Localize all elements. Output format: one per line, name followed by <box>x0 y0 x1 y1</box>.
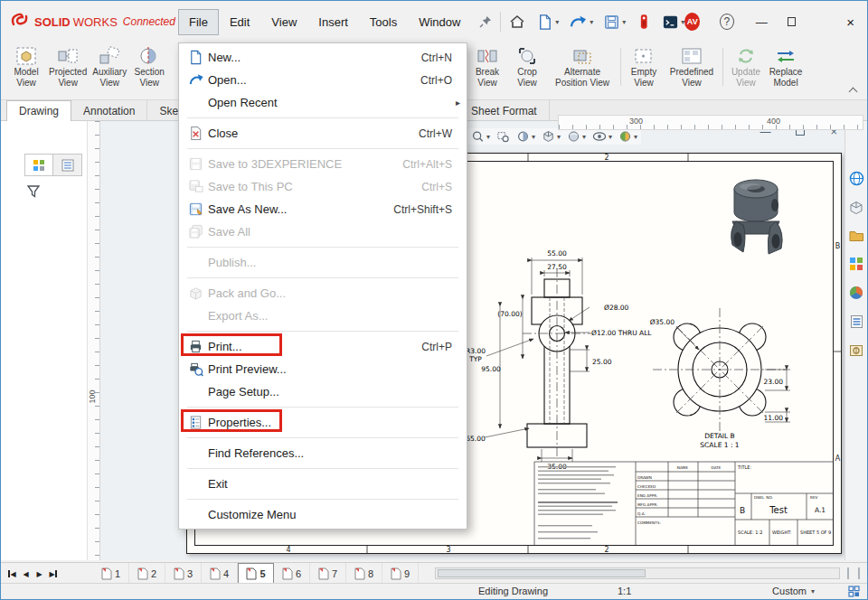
display-pane-icon[interactable] <box>53 154 82 176</box>
menu-insert[interactable]: Insert <box>307 9 359 35</box>
terminal-icon[interactable] <box>662 14 684 31</box>
auxiliary-view-button[interactable]: AuxiliaryView <box>90 45 129 89</box>
svg-text:B: B <box>740 506 745 515</box>
help-icon[interactable]: ? <box>720 14 733 30</box>
next-sheet-icon[interactable]: ▶ <box>33 567 45 581</box>
first-sheet-icon[interactable]: ◀ <box>6 567 18 581</box>
sheet-tab-7[interactable]: 7 <box>310 563 346 585</box>
new-document-icon <box>184 50 208 65</box>
minimize-button[interactable]: — <box>756 15 768 29</box>
svg-text:DETAIL B: DETAIL B <box>704 432 735 440</box>
zoom-fit-icon[interactable] <box>471 130 490 143</box>
menu-item-close[interactable]: Close Ctrl+W <box>179 122 467 145</box>
svg-text:REV: REV <box>810 495 818 500</box>
empty-view-button[interactable]: EmptyView <box>624 45 664 89</box>
svg-text:TYP: TYP <box>468 355 482 363</box>
headsup-toolbar <box>467 128 641 145</box>
new-document-icon[interactable] <box>536 14 559 31</box>
appearances-scenes-icon[interactable] <box>849 286 863 304</box>
pin-icon[interactable] <box>478 14 493 29</box>
menu-item-open-recent[interactable]: Open Recent <box>179 91 467 114</box>
menu-item-save-all: Save All <box>179 220 467 243</box>
menu-item-page-setup[interactable]: Page Setup... <box>179 380 467 403</box>
section-view-icon[interactable] <box>516 130 535 143</box>
sheet-tab-9[interactable]: 9 <box>382 563 419 585</box>
home-icon[interactable] <box>508 13 526 31</box>
featuremanager-tree-icon[interactable] <box>24 154 53 176</box>
appearances-icon[interactable] <box>618 130 637 143</box>
crop-view-button[interactable]: CropView <box>507 45 547 89</box>
tab-sheet-format[interactable]: Sheet Format <box>458 100 550 121</box>
display-style-icon[interactable] <box>567 130 586 143</box>
save-icon <box>184 156 208 172</box>
menu-item-customize-menu[interactable]: Customize Menu <box>179 503 467 526</box>
menu-view[interactable]: View <box>260 9 307 35</box>
sheet-tab-5[interactable]: 5 <box>238 563 274 585</box>
filter-icon[interactable] <box>26 184 41 202</box>
hide-show-icon[interactable] <box>592 130 612 143</box>
tab-drawing[interactable]: Drawing <box>6 100 71 121</box>
design-library-icon[interactable] <box>849 257 863 275</box>
component-icon[interactable] <box>849 201 863 219</box>
menu-item-save-as-new[interactable]: Save As New... Ctrl+Shift+S <box>179 198 467 220</box>
menubar: File Edit View Insert Tools Window <box>178 9 471 35</box>
view-orientation-icon[interactable] <box>542 130 561 143</box>
scrollbar-thumb[interactable] <box>438 569 646 577</box>
vertical-ruler: 100 <box>88 121 100 560</box>
sheet-tab-1[interactable]: 1 <box>93 563 129 585</box>
projected-view-button[interactable]: ProjectedView <box>46 45 90 89</box>
tab-annotation[interactable]: Annotation <box>71 100 147 121</box>
3dexperience-globe-icon[interactable] <box>849 171 864 190</box>
file-explorer-icon[interactable] <box>849 230 864 246</box>
user-avatar[interactable]: AV <box>684 13 700 31</box>
svg-text:TITLE:: TITLE: <box>737 464 752 470</box>
replace-model-button[interactable]: ReplaceModel <box>766 45 806 89</box>
svg-text:3: 3 <box>446 546 450 554</box>
custom-properties-icon[interactable] <box>850 314 863 333</box>
pane-splitter[interactable] <box>847 567 860 579</box>
menu-item-properties[interactable]: Properties... <box>179 411 467 434</box>
previous-sheet-icon[interactable]: ◀ <box>20 567 32 581</box>
menu-item-find-references[interactable]: Find References... <box>179 442 467 464</box>
menu-item-new[interactable]: New... Ctrl+N <box>179 46 467 69</box>
3dexperience-icon[interactable] <box>636 13 652 31</box>
alternate-position-view-button[interactable]: AlternatePosition View <box>547 45 618 89</box>
zoom-area-icon[interactable] <box>496 130 510 143</box>
menu-edit[interactable]: Edit <box>219 9 260 35</box>
close-button[interactable]: × <box>846 14 854 30</box>
svg-text:ENG APPR.: ENG APPR. <box>637 493 657 498</box>
svg-text:2: 2 <box>604 154 609 162</box>
ribbon-group-right: BreakView CropView AlternatePosition Vie… <box>467 45 806 89</box>
open-icon[interactable] <box>569 14 593 31</box>
svg-text:23.00: 23.00 <box>764 378 784 386</box>
menu-item-exit[interactable]: Exit <box>179 473 467 495</box>
save-icon[interactable] <box>603 14 626 31</box>
save-as-icon <box>184 202 208 217</box>
document-templates-icon[interactable] <box>849 343 863 361</box>
model-view-button[interactable]: ModelView <box>6 45 46 89</box>
break-view-button[interactable]: BreakView <box>467 45 507 89</box>
svg-text:95.00: 95.00 <box>481 365 501 373</box>
menu-tools[interactable]: Tools <box>359 9 408 35</box>
sheet-tab-3[interactable]: 3 <box>165 563 202 585</box>
task-pane <box>844 121 867 560</box>
horizontal-scrollbar[interactable] <box>435 567 840 579</box>
status-zoom-select[interactable]: Custom <box>772 586 815 596</box>
predefined-view-button[interactable]: PredefinedView <box>664 45 720 89</box>
menu-separator <box>187 277 458 278</box>
menu-file[interactable]: File <box>178 9 219 35</box>
menu-item-open[interactable]: Open... Ctrl+O <box>179 69 467 91</box>
menu-window[interactable]: Window <box>408 9 471 35</box>
section-view-button[interactable]: SectionView <box>129 45 169 89</box>
maximize-button[interactable] <box>788 17 797 26</box>
ribbon-collapse-icon[interactable] <box>849 87 856 94</box>
menu-item-print-preview[interactable]: Print Preview... <box>179 358 467 380</box>
sheet-tab-4[interactable]: 4 <box>202 563 238 585</box>
tab-control-icon[interactable] <box>848 586 860 599</box>
save-all-icon <box>184 224 208 239</box>
sheet-tab-8[interactable]: 8 <box>346 563 382 585</box>
menu-item-print[interactable]: Print... Ctrl+P <box>179 335 467 358</box>
sheet-tab-2[interactable]: 2 <box>129 563 165 585</box>
last-sheet-icon[interactable]: ▶ <box>47 567 59 581</box>
sheet-tab-6[interactable]: 6 <box>274 563 310 585</box>
